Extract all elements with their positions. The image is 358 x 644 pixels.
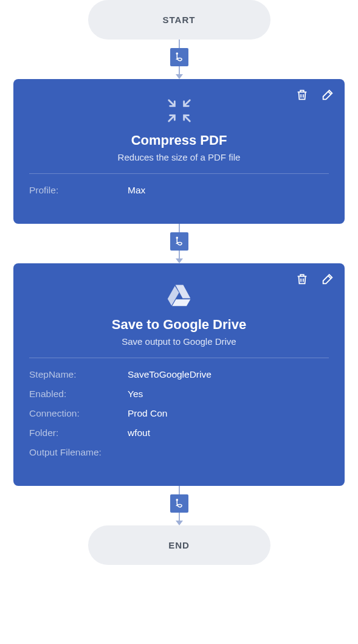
google-drive-icon — [166, 282, 193, 308]
step-subtitle: Save output to Google Drive — [29, 336, 329, 347]
edit-button[interactable] — [320, 272, 335, 286]
connector-arrow — [176, 74, 183, 79]
connector-line — [179, 251, 180, 259]
compress-icon — [165, 97, 193, 125]
svg-point-1 — [176, 237, 177, 238]
connector-line — [179, 66, 180, 75]
property-row: Folder: wfout — [29, 428, 329, 438]
property-label: Folder: — [29, 428, 128, 438]
card-actions — [295, 88, 335, 102]
svg-point-0 — [176, 53, 177, 54]
step-card-compress-pdf: Compress PDF Reduces the size of a PDF f… — [13, 79, 345, 224]
step-subtitle: Reduces the size of a PDF file — [29, 152, 329, 162]
connector-1 — [170, 40, 188, 79]
trash-icon — [295, 88, 309, 102]
property-label: Output Filename: — [29, 447, 128, 458]
card-actions — [295, 272, 335, 286]
property-value: Prod Con — [128, 408, 167, 419]
property-value: Max — [128, 185, 145, 196]
step-icon-wrap — [29, 96, 329, 125]
connector-line — [179, 513, 180, 521]
start-label: START — [163, 15, 196, 25]
edit-button[interactable] — [320, 88, 335, 102]
connector-arrow — [176, 521, 183, 525]
connector-badge — [170, 48, 188, 66]
svg-point-2 — [176, 499, 177, 500]
property-row: Profile: Max — [29, 185, 329, 196]
property-row: Output Filename: — [29, 447, 329, 458]
step-icon-wrap — [29, 280, 329, 310]
property-value: Yes — [128, 389, 143, 400]
connector-line — [179, 224, 180, 232]
property-row: Connection: Prod Con — [29, 408, 329, 419]
pdf-icon — [174, 236, 185, 247]
connector-badge — [170, 494, 188, 513]
step-title: Compress PDF — [29, 133, 329, 148]
property-row: StepName: SaveToGoogleDrive — [29, 369, 329, 380]
connector-line — [179, 40, 180, 48]
divider — [29, 358, 329, 358]
property-row: Enabled: Yes — [29, 389, 329, 400]
pdf-icon — [174, 498, 185, 509]
end-node: END — [88, 525, 270, 565]
connector-2 — [170, 224, 188, 263]
step-title: Save to Google Drive — [29, 317, 329, 333]
edit-icon — [321, 272, 334, 286]
trash-icon — [295, 272, 309, 286]
connector-line — [179, 486, 180, 494]
property-label: Enabled: — [29, 389, 128, 400]
delete-button[interactable] — [295, 88, 309, 102]
property-label: Connection: — [29, 408, 128, 419]
property-value: wfout — [128, 428, 150, 438]
edit-icon — [321, 88, 334, 102]
delete-button[interactable] — [295, 272, 309, 286]
divider — [29, 173, 329, 174]
step-card-save-google-drive: Save to Google Drive Save output to Goog… — [13, 263, 345, 486]
property-label: StepName: — [29, 369, 128, 380]
end-label: END — [168, 540, 190, 550]
connector-arrow — [176, 258, 183, 263]
workflow-canvas: START — [0, 0, 358, 577]
pdf-icon — [174, 52, 185, 63]
connector-badge — [170, 232, 188, 251]
start-node: START — [88, 0, 270, 40]
connector-3 — [170, 486, 188, 525]
property-value: SaveToGoogleDrive — [128, 369, 212, 380]
property-label: Profile: — [29, 185, 128, 196]
